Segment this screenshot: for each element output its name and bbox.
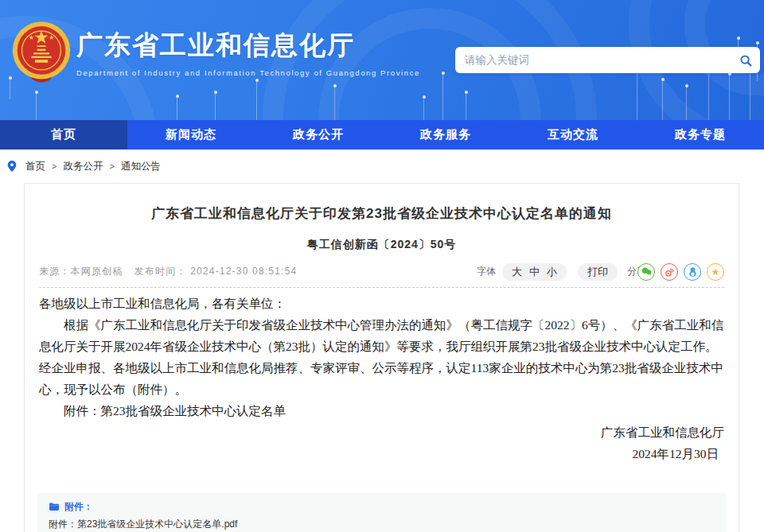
attachment-box: 附件： 附件：第23批省级企业技术中心认定名单.pdf [37,493,726,532]
search-box [455,47,760,73]
nav-item-home[interactable]: 首页 [0,120,127,150]
site-header: 广东省工业和信息化厅 Department of Industry and In… [0,0,764,120]
favorite-star-icon[interactable]: ★ [707,263,724,281]
breadcrumb-notices[interactable]: 通知公告 [121,160,161,173]
font-size-small-button[interactable]: 小 [547,265,557,279]
print-button[interactable]: 打印 [578,263,618,281]
font-size-switcher: 大 中 小 [502,263,567,281]
article-meta-left: 来源：本网原创稿 发布时间： 2024-12-30 08:51:54 [39,265,297,278]
page: 广东省工业和信息化厅 Department of Industry and In… [0,0,764,532]
attachment-label-row: 附件： [49,500,715,514]
attachment-label: 附件： [64,500,93,514]
breadcrumb-separator: > [109,161,114,171]
wechat-share-icon[interactable] [637,263,655,281]
article-title: 广东省工业和信息化厅关于印发第23批省级企业技术中心认定名单的通知 [25,204,739,224]
qq-share-icon[interactable] [684,263,701,281]
article-container: 广东省工业和信息化厅关于印发第23批省级企业技术中心认定名单的通知 粤工信创新函… [24,183,739,532]
breadcrumb-gov-disclosure[interactable]: 政务公开 [63,160,103,173]
article-body: 各地级以上市工业和信息化局，各有关单位： 根据《广东工业和信息化厅关于印发省级企… [25,288,739,464]
brand-text: 广东省工业和信息化厅 Department of Industry and In… [76,29,420,77]
nav-item-gov-disclosure[interactable]: 政务公开 [255,120,382,150]
site-title: 广东省工业和信息化厅 [76,29,420,61]
share-icons: ★ [637,263,724,281]
body-paragraph: 根据《广东工业和信息化厅关于印发省级企业技术中心管理办法的通知》（粤工信规字〔2… [39,314,724,400]
search-button[interactable] [731,47,760,73]
breadcrumb: 首页 > 政务公开 > 通知公告 [0,150,764,183]
document-number: 粤工信创新函〔2024〕50号 [25,238,739,252]
salutation-line: 各地级以上市工业和信息化局，各有关单位： [39,293,724,314]
attachment-file-link[interactable]: 附件：第23批省级企业技术中心认定名单.pdf [49,518,715,531]
national-emblem-logo [11,19,72,87]
weibo-share-icon[interactable] [661,263,678,281]
nav-item-special-topics[interactable]: 政务专题 [637,120,764,150]
search-icon [739,53,753,68]
font-size-medium-button[interactable]: 中 [529,265,540,279]
breadcrumb-separator: > [52,161,57,171]
breadcrumb-home[interactable]: 首页 [25,160,45,173]
site-subtitle: Department of Industry and Information T… [76,68,420,77]
site-brand: 广东省工业和信息化厅 Department of Industry and In… [11,19,420,87]
nav-item-interaction[interactable]: 互动交流 [509,120,637,150]
main-nav: 首页 新闻动态 政务公开 政务服务 互动交流 政务专题 [0,120,764,150]
signature-line: 广东省工业和信息化厅 [39,421,724,443]
attachment-reference-line: 附件：第23批省级企业技术中心认定名单 [39,400,724,421]
folder-icon [49,502,60,511]
source-field: 来源：本网原创稿 [39,265,123,278]
font-size-large-button[interactable]: 大 [512,265,522,279]
article-meta-right: 字体 大 中 小 打印 分享 [477,263,724,281]
nav-item-gov-services[interactable]: 政务服务 [382,120,509,150]
date-line: 2024年12月30日 [39,443,724,464]
publish-time-field: 发布时间： 2024-12-30 08:51:54 [134,265,298,278]
article-meta-row: 来源：本网原创稿 发布时间： 2024-12-30 08:51:54 字体 大 … [25,262,739,282]
font-size-label: 字体 [477,265,496,278]
location-pin-icon [6,160,18,173]
nav-item-news[interactable]: 新闻动态 [127,120,255,150]
search-input[interactable] [455,54,731,66]
